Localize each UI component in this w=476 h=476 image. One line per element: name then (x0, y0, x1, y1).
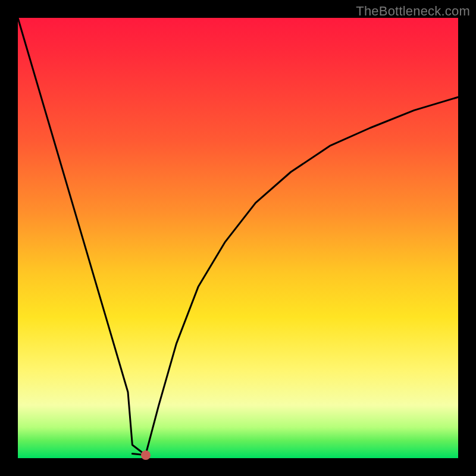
watermark-text: TheBottleneck.com (356, 4, 470, 19)
curve-path (18, 18, 458, 455)
optimal-point-marker (141, 450, 151, 460)
chart-frame: TheBottleneck.com (0, 0, 476, 476)
bottleneck-curve (18, 18, 458, 458)
plot-area (18, 18, 458, 458)
